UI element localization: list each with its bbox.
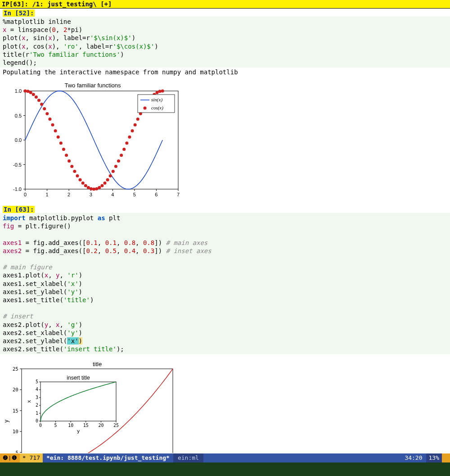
svg-text:25: 25: [13, 366, 18, 372]
chart-two-familiar-functions: Two familiar functions01234567-1.0-0.50.…: [3, 81, 183, 200]
svg-text:5: 5: [36, 379, 38, 384]
svg-point-34: [40, 103, 43, 106]
svg-text:25: 25: [113, 423, 119, 428]
svg-point-69: [136, 118, 140, 121]
svg-point-51: [87, 186, 90, 189]
svg-point-66: [128, 136, 131, 139]
svg-text:7: 7: [177, 192, 180, 197]
chart-2-container: title0123450510152025xyinsert title05101…: [0, 354, 450, 453]
svg-point-82: [144, 107, 147, 110]
svg-point-58: [106, 178, 109, 181]
svg-point-30: [29, 91, 32, 94]
svg-point-41: [59, 141, 63, 145]
svg-point-63: [120, 154, 123, 157]
svg-text:2: 2: [68, 192, 70, 197]
stdout-52: Populating the interactive namespace fro…: [0, 68, 450, 77]
svg-point-39: [54, 129, 57, 132]
svg-point-40: [57, 136, 60, 139]
svg-rect-112: [40, 382, 116, 421]
svg-point-64: [122, 148, 126, 151]
svg-text:5: 5: [15, 450, 18, 453]
buffer-content[interactable]: In [52]: %matplotlib inline x = linspace…: [0, 9, 450, 453]
svg-text:-0.5: -0.5: [13, 162, 22, 168]
svg-text:0.0: 0.0: [15, 137, 22, 143]
svg-text:3: 3: [36, 395, 38, 400]
svg-text:5: 5: [54, 423, 57, 428]
svg-point-46: [73, 170, 76, 173]
svg-point-67: [131, 129, 134, 132]
svg-point-37: [48, 118, 51, 121]
svg-text:cos(x): cos(x): [151, 105, 163, 111]
mode-line-badge: ❷❘❶: [0, 453, 20, 462]
svg-text:6: 6: [155, 192, 158, 197]
svg-text:0: 0: [36, 418, 38, 423]
svg-point-61: [114, 165, 117, 168]
svg-point-32: [35, 95, 38, 99]
code-block-63[interactable]: import matplotlib.pyplot as plt fig = pl…: [0, 213, 450, 354]
svg-point-28: [24, 90, 27, 93]
svg-point-57: [104, 181, 107, 185]
svg-text:3: 3: [90, 192, 92, 197]
svg-text:5: 5: [133, 192, 136, 197]
svg-text:4: 4: [36, 387, 38, 392]
svg-point-48: [79, 178, 82, 181]
svg-text:2: 2: [36, 403, 38, 408]
svg-text:Two familiar functions: Two familiar functions: [65, 82, 121, 89]
input-prompt-52: In [52]:: [3, 9, 35, 17]
mode-line-modified: * 717: [20, 453, 43, 462]
svg-point-45: [70, 165, 73, 168]
emacs-window: IP[63]: /1: just_testing\ [+] In [52]: %…: [0, 0, 450, 453]
svg-point-47: [76, 174, 79, 177]
svg-text:1.0: 1.0: [15, 88, 22, 94]
svg-text:x: x: [26, 400, 32, 403]
svg-point-65: [125, 141, 128, 145]
svg-point-44: [68, 159, 71, 163]
svg-text:20: 20: [98, 423, 104, 428]
desktop-background: [0, 462, 450, 476]
svg-point-31: [32, 93, 35, 96]
svg-text:10: 10: [68, 423, 73, 428]
svg-text:1: 1: [46, 192, 49, 197]
svg-text:y: y: [77, 428, 80, 434]
window-titlebar: IP[63]: /1: just_testing\ [+]: [0, 0, 450, 9]
input-prompt-63: In [63]:: [3, 206, 35, 213]
svg-point-35: [43, 107, 46, 110]
svg-text:1: 1: [36, 411, 38, 416]
svg-point-54: [95, 187, 98, 190]
chart-1-container: Two familiar functions01234567-1.0-0.50.…: [0, 77, 450, 205]
svg-text:y: y: [3, 420, 9, 423]
svg-point-49: [81, 181, 85, 185]
cell-63[interactable]: In [63]: import matplotlib.pyplot as plt…: [0, 205, 450, 453]
code-block-52[interactable]: %matplotlib inline x = linspace(0, 2*pi)…: [0, 17, 450, 68]
mode-line-end: [442, 453, 450, 462]
svg-point-50: [84, 184, 87, 187]
mode-line-buffer-name: *ein: 8888/test.ipynb/just_testing*: [43, 453, 173, 462]
svg-point-78: [161, 90, 164, 93]
svg-text:15: 15: [13, 408, 18, 414]
svg-text:0: 0: [24, 192, 27, 197]
cell-52[interactable]: In [52]: %matplotlib inline x = linspace…: [0, 9, 450, 205]
svg-text:sin(x): sin(x): [151, 97, 162, 103]
svg-point-56: [100, 184, 104, 187]
svg-text:20: 20: [13, 387, 18, 393]
svg-text:-1.0: -1.0: [13, 186, 22, 192]
svg-point-62: [117, 159, 120, 163]
svg-point-36: [45, 112, 49, 115]
svg-point-77: [158, 90, 162, 93]
svg-point-55: [98, 186, 101, 189]
svg-point-43: [65, 154, 68, 157]
svg-point-59: [109, 174, 112, 177]
svg-point-29: [27, 90, 30, 93]
svg-text:0.5: 0.5: [15, 113, 22, 118]
svg-point-42: [62, 148, 65, 151]
mode-line-percent: 13%: [426, 453, 442, 462]
mode-line: ❷❘❶ * 717 *ein: 8888/test.ipynb/just_tes…: [0, 453, 450, 462]
chart-title-inset: title0123450510152025xyinsert title05101…: [3, 356, 192, 453]
svg-point-76: [155, 91, 158, 94]
svg-text:4: 4: [111, 192, 114, 197]
svg-point-38: [51, 123, 54, 127]
svg-text:0: 0: [39, 423, 42, 428]
svg-text:insert title: insert title: [67, 375, 90, 381]
svg-text:15: 15: [83, 423, 89, 428]
mode-line-position: 34:20: [401, 453, 426, 462]
